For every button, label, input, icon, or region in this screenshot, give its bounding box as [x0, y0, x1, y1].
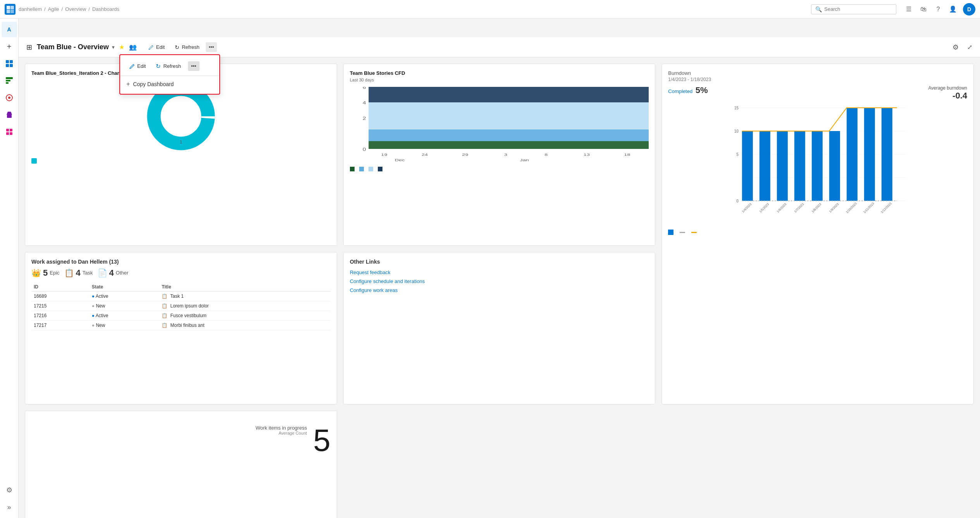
svg-text:18: 18	[624, 153, 630, 157]
sidebar-item-expand[interactable]: »	[2, 499, 17, 515]
task-icon-2: 📋	[162, 303, 167, 309]
shopping-icon[interactable]: 🛍	[919, 5, 928, 14]
svg-marker-33	[369, 130, 649, 141]
other-icon: 📄	[98, 268, 107, 278]
svg-text:1/9/2023: 1/9/2023	[828, 202, 840, 214]
svg-marker-32	[369, 102, 649, 130]
burndown-avg-label: Average burndown	[928, 85, 967, 91]
count-epic: 👑 5 Epic	[31, 268, 60, 278]
refresh-button[interactable]: ↻ Refresh	[171, 42, 203, 52]
dropdown-divider	[120, 76, 219, 76]
svg-rect-5	[10, 60, 13, 63]
work-counts: 👑 5 Epic 📋 4 Task 📄 4 Other	[31, 268, 331, 278]
expand-icon[interactable]: ⤢	[967, 43, 972, 51]
svg-text:6: 6	[363, 87, 366, 90]
row3-state: ● Active	[90, 311, 159, 320]
link-configure-work-areas[interactable]: Configure work areas	[350, 287, 649, 293]
search-input[interactable]	[824, 6, 892, 12]
copy-dashboard-button[interactable]: + Copy Dashboard	[120, 78, 219, 91]
list-icon[interactable]: ☰	[904, 5, 913, 14]
search-box[interactable]: 🔍	[811, 4, 896, 14]
svg-rect-6	[6, 64, 9, 67]
top-nav: danhellem / Agile / Overview / Dashboard…	[0, 0, 980, 19]
other-label: Other	[116, 270, 129, 276]
dropdown-edit-button[interactable]: Edit	[126, 63, 149, 69]
svg-text:1/6/2023: 1/6/2023	[776, 202, 787, 214]
burndown-avg-section: Average burndown -0.4	[928, 85, 967, 101]
sidebar-item-boards[interactable]	[2, 56, 17, 71]
svg-text:0: 0	[363, 147, 366, 152]
dashboard-header: ⊞ Team Blue - Overview ▾ ★ 👥 Edit ↻ Refr…	[19, 37, 980, 57]
edit-button[interactable]: Edit	[145, 42, 169, 52]
breadcrumb-overview[interactable]: Overview	[65, 6, 86, 12]
sidebar-item-new[interactable]: +	[2, 39, 17, 54]
link-configure-schedule[interactable]: Configure schedule and iterations	[350, 278, 649, 284]
more-button[interactable]: •••	[206, 42, 217, 52]
svg-text:15: 15	[734, 106, 739, 110]
row4-state: ● New	[90, 320, 159, 330]
legend-dot-1	[31, 158, 37, 164]
svg-rect-0	[7, 6, 10, 9]
svg-rect-15	[10, 129, 12, 131]
breadcrumb-sep3: /	[88, 6, 90, 12]
task-label: Task	[83, 270, 93, 276]
help-icon[interactable]: ?	[933, 5, 943, 14]
avatar[interactable]: D	[963, 3, 975, 16]
star-icon[interactable]: ★	[119, 43, 124, 51]
svg-text:24: 24	[422, 153, 428, 157]
sidebar-item-sprints[interactable]	[2, 73, 17, 88]
breadcrumb-danhellem[interactable]: danhellem	[19, 6, 42, 12]
dropdown-ellipsis-icon: •••	[191, 63, 196, 69]
sidebar-item-settings[interactable]: ⚙	[2, 482, 17, 498]
account-icon[interactable]: 👤	[948, 5, 958, 14]
sidebar-item-artifacts[interactable]	[2, 124, 17, 140]
svg-text:1/10/2023: 1/10/2023	[846, 202, 858, 214]
svg-rect-53	[742, 131, 753, 201]
sidebar-item-test[interactable]	[2, 107, 17, 123]
sidebar-item-account[interactable]: A	[2, 22, 17, 37]
svg-text:4: 4	[363, 101, 367, 105]
main-content: ⊞ Team Blue - Overview ▾ ★ 👥 Edit ↻ Refr…	[19, 37, 980, 518]
svg-text:1/12/2023: 1/12/2023	[880, 202, 893, 214]
work-items-labels: Work items in progress Average Count	[255, 425, 307, 435]
col-id: ID	[31, 283, 90, 292]
svg-text:1/4/2023: 1/4/2023	[741, 202, 753, 214]
gear-icon[interactable]: ⚙	[952, 43, 959, 52]
sidebar: A +	[0, 19, 19, 518]
task-count: 4	[76, 268, 81, 278]
svg-text:1/5/2023: 1/5/2023	[759, 202, 770, 214]
copy-dashboard-label: Copy Dashboard	[133, 81, 174, 87]
svg-text:19: 19	[381, 153, 387, 157]
breadcrumb-agile[interactable]: Agile	[48, 6, 59, 12]
row1-state: ● Active	[90, 291, 159, 301]
row1-title: 📋 Task 1	[159, 291, 331, 301]
row2-state: ● New	[90, 301, 159, 311]
dropdown-more-button[interactable]: •••	[188, 61, 200, 71]
burndown-chart: 15 10 5 0	[668, 104, 967, 228]
burndown-stats: Completed 5% Average burndown -0.4	[668, 85, 967, 101]
row4-title: 📋 Morbi finibus ant	[159, 320, 331, 330]
reports-icon	[5, 94, 13, 102]
svg-rect-58	[829, 131, 840, 201]
count-other: 📄 4 Other	[98, 268, 129, 278]
sidebar-item-reports[interactable]	[2, 90, 17, 105]
svg-rect-1	[10, 6, 14, 9]
widget-cfd: Team Blue Stories CFD Last 30 days 6 4 2…	[343, 64, 656, 246]
dropdown-refresh-button[interactable]: ↻ Refresh	[153, 63, 184, 70]
svg-text:5: 5	[737, 152, 739, 157]
sprints-icon	[5, 77, 13, 85]
link-request-feedback[interactable]: Request feedback	[350, 269, 649, 275]
legend-burndown-orange	[691, 230, 697, 235]
dropdown-refresh-label: Refresh	[163, 63, 181, 69]
dropdown-edit-label: Edit	[137, 63, 146, 69]
svg-rect-8	[6, 77, 13, 79]
svg-text:Jan: Jan	[520, 158, 529, 162]
svg-text:1/11/2023: 1/11/2023	[863, 202, 875, 214]
chevron-down-icon[interactable]: ▾	[112, 45, 114, 50]
table-row: 17217 ● New 📋 Morbi finibus ant	[31, 320, 331, 330]
artifacts-icon	[5, 128, 13, 136]
nav-logo	[5, 4, 16, 15]
breadcrumb-dashboards[interactable]: Dashboards	[92, 6, 119, 12]
dot-new-2: ●	[92, 323, 95, 328]
people-icon[interactable]: 👥	[129, 43, 137, 51]
